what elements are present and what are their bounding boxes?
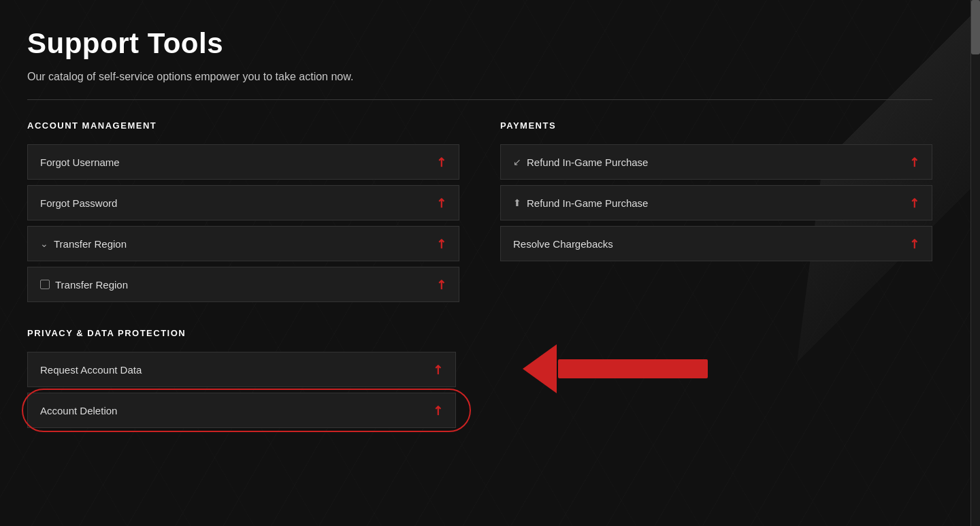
account-deletion-label: Account Deletion [40,405,117,416]
transfer-region-2-label: Transfer Region [40,279,128,291]
refund-purchase-1-button[interactable]: ↙ Refund In-Game Purchase ↗ [500,144,932,180]
privacy-title: PRIVACY & DATA PROTECTION [27,328,932,338]
transfer-region-2-icon [40,280,50,289]
forgot-password-button[interactable]: Forgot Password ↗ [27,185,459,220]
resolve-chargebacks-label: Resolve Chargebacks [513,238,613,250]
page-subtitle: Our catalog of self-service options empo… [27,71,932,83]
account-deletion-wrapper: Account Deletion ↗ [27,393,456,433]
resolve-chargebacks-button[interactable]: Resolve Chargebacks ↗ [500,226,932,261]
transfer-region-1-button[interactable]: ⌄ Transfer Region ↗ [27,226,459,261]
request-account-data-button[interactable]: Request Account Data ↗ [27,352,456,387]
page-title: Support Tools [27,27,932,60]
refund-1-icon: ↙ [513,157,521,167]
arrow-icon: ↗ [429,401,446,419]
red-arrow-annotation [524,344,708,393]
section-divider [27,99,932,100]
request-account-data-label: Request Account Data [40,364,142,376]
sections-grid: ACCOUNT MANAGEMENT Forgot Username ↗ For… [27,120,932,433]
arrow-icon: ↗ [432,235,450,252]
forgot-password-label: Forgot Password [40,197,117,209]
forgot-username-label: Forgot Username [40,157,120,168]
privacy-section: PRIVACY & DATA PROTECTION Request Accoun… [27,328,932,433]
arrow-icon: ↗ [432,276,450,293]
account-deletion-button[interactable]: Account Deletion ↗ [27,393,456,428]
arrow-icon: ↗ [905,153,923,171]
transfer-region-2-button[interactable]: Transfer Region ↗ [27,267,459,302]
refund-2-label: ⬆ Refund In-Game Purchase [513,197,648,209]
scrollbar[interactable] [970,0,980,526]
privacy-tools: Request Account Data ↗ Account Deletion … [27,352,456,433]
forgot-username-button[interactable]: Forgot Username ↗ [27,144,459,180]
transfer-region-1-icon: ⌄ [40,238,48,249]
arrow-head [523,344,557,393]
scrollbar-thumb[interactable] [971,0,980,54]
arrow-icon: ↗ [905,194,923,212]
refund-1-label: ↙ Refund In-Game Purchase [513,157,648,168]
arrow-icon: ↗ [905,235,923,252]
page-content: Support Tools Our catalog of self-servic… [0,0,966,461]
account-management-section: ACCOUNT MANAGEMENT Forgot Username ↗ For… [27,120,459,308]
arrow-icon: ↗ [432,194,450,212]
arrow-shaft [558,359,708,378]
arrow-icon: ↗ [432,153,450,171]
payments-title: PAYMENTS [500,120,932,131]
account-management-title: ACCOUNT MANAGEMENT [27,120,459,131]
transfer-region-1-label: ⌄ Transfer Region [40,238,127,250]
payments-section: PAYMENTS ↙ Refund In-Game Purchase ↗ ⬆ R… [500,120,932,308]
refund-purchase-2-button[interactable]: ⬆ Refund In-Game Purchase ↗ [500,185,932,220]
arrow-icon: ↗ [429,361,446,378]
refund-2-icon: ⬆ [513,197,521,208]
